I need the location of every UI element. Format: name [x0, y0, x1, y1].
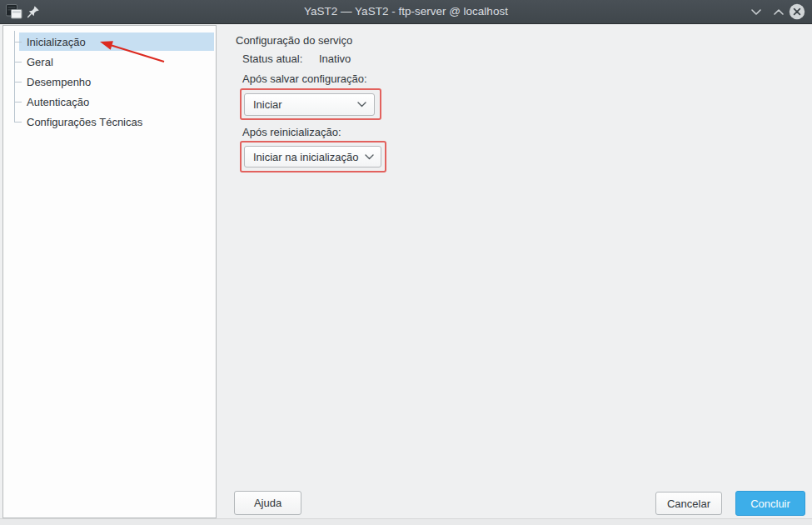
status-label: Status atual: — [242, 52, 302, 65]
annotation-box-after-save — [240, 88, 381, 120]
tree-branch-line — [14, 82, 22, 82]
cancel-button[interactable]: Cancelar — [655, 492, 722, 515]
minimize-button[interactable] — [745, 0, 767, 23]
status-value: Inativo — [319, 52, 351, 65]
titlebar[interactable]: YaST2 — YaST2 - ftp-server @ localhost — [0, 0, 812, 24]
sidebar-panel: Inicialização Geral Desempenho Autentica… — [2, 25, 217, 518]
sidebar-item-label: Geral — [27, 56, 53, 68]
sidebar-item-label: Configurações Técnicas — [27, 116, 142, 128]
sidebar-item-label: Inicialização — [27, 36, 86, 48]
chevron-up-icon — [774, 9, 784, 15]
yast2-window: YaST2 — YaST2 - ftp-server @ localhost I… — [0, 0, 812, 525]
window-title: YaST2 — YaST2 - ftp-server @ localhost — [0, 0, 812, 23]
annotation-box-after-reboot — [240, 141, 386, 172]
sidebar-item-geral[interactable]: Geral — [3, 52, 216, 72]
close-icon — [789, 3, 805, 20]
window-bottom-strip — [0, 518, 812, 525]
finish-button[interactable]: Concluir — [735, 491, 805, 516]
page-title: Configuração do serviço — [236, 34, 352, 47]
sidebar-tree: Inicialização Geral Desempenho Autentica… — [3, 32, 216, 132]
sidebar-item-configuracoes-tecnicas[interactable]: Configurações Técnicas — [3, 112, 216, 132]
tree-branch-line — [14, 62, 22, 62]
sidebar-item-label: Desempenho — [27, 76, 91, 88]
tree-branch-line — [14, 102, 22, 102]
after-save-label: Após salvar configuração: — [242, 72, 367, 85]
tree-branch-line — [14, 122, 22, 122]
sidebar-item-inicializacao[interactable]: Inicialização — [3, 32, 216, 52]
close-button[interactable] — [786, 0, 808, 23]
sidebar-item-autenticacao[interactable]: Autenticação — [3, 92, 216, 112]
after-reboot-label: Após reinicialização: — [242, 126, 341, 138]
sidebar-item-label: Autenticação — [27, 96, 89, 108]
tree-branch-line — [14, 42, 22, 42]
chevron-down-icon — [751, 9, 761, 15]
help-button[interactable]: Ajuda — [234, 491, 301, 515]
sidebar-item-desempenho[interactable]: Desempenho — [3, 72, 216, 92]
